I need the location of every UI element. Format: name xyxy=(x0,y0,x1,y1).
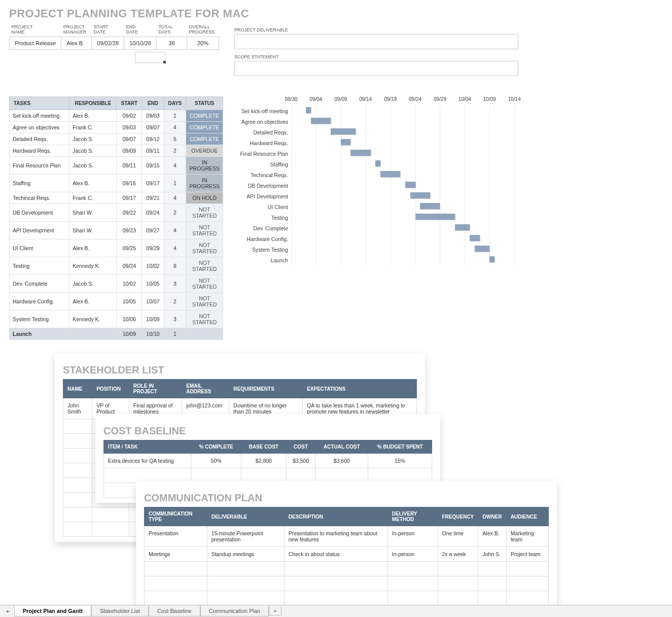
task-row[interactable]: Hardware Config.Alex B.10/0510/072NOT ST… xyxy=(10,293,223,311)
sheet-tab[interactable]: Communication Plan xyxy=(200,606,269,612)
task-cell-end: 09/24 xyxy=(142,204,164,222)
gantt-axis-label: 09/04 xyxy=(309,96,322,102)
task-cell-resp: Alex B. xyxy=(69,175,117,192)
gantt-row-label: System Testing xyxy=(235,247,291,253)
task-cell-task: Testing xyxy=(10,257,69,275)
task-row[interactable]: DB DevelopmentShari W.09/2209/242NOT STA… xyxy=(10,204,223,222)
task-cell-resp: Jacob S. xyxy=(69,145,117,157)
cost-header: BASE COST xyxy=(241,440,287,454)
selected-cell-indicator[interactable] xyxy=(135,52,165,63)
comm-cell: One time xyxy=(438,526,478,547)
add-sheet-button[interactable]: + xyxy=(269,607,281,612)
gantt-row: System Testing xyxy=(235,244,519,255)
cost-cell[interactable]: $3,600 xyxy=(315,454,368,468)
task-cell-days: 8 xyxy=(164,257,186,275)
deliverable-input[interactable] xyxy=(234,34,518,49)
task-row[interactable]: Final Resource PlanJacob S.09/1109/154IN… xyxy=(10,157,223,175)
gantt-axis-label: 09/24 xyxy=(409,96,421,102)
info-header: OVERALLPROGRESS xyxy=(187,24,219,37)
info-value[interactable]: 09/02/28 xyxy=(92,37,124,50)
tasks-header: RESPONSIBLE xyxy=(69,97,117,110)
gantt-row: API Development xyxy=(235,191,519,201)
task-cell-start: 09/09 xyxy=(117,145,142,157)
task-cell-resp: Frank C. xyxy=(69,192,117,204)
scope-input[interactable] xyxy=(234,61,518,76)
comm-row[interactable]: Presentation15-minute Powerpoint present… xyxy=(145,526,549,547)
task-row[interactable]: Agree on objectivesFrank C.09/0309/074CO… xyxy=(10,122,223,133)
info-header: ENDDATE xyxy=(124,24,157,37)
gantt-row-label: Techincal Reqs. xyxy=(235,172,291,178)
task-cell-days: 2 xyxy=(164,293,186,311)
task-cell-end: 10/05 xyxy=(142,275,164,293)
task-cell-task: Staffing xyxy=(10,175,69,192)
task-row[interactable]: Launch10/0910/101 xyxy=(10,328,223,340)
comm-header: COMMUNICATION TYPE xyxy=(145,507,207,526)
task-row[interactable]: API DevelopmentShari W.09/2309/274NOT ST… xyxy=(10,222,223,239)
gantt-bar xyxy=(375,160,380,166)
comm-cell: John S. xyxy=(478,547,506,562)
stakeholder-header: EXPECTATIONS xyxy=(303,380,417,398)
task-row[interactable]: Set kick-off meetingAlex B.09/0209/031CO… xyxy=(10,110,223,122)
gantt-axis-label: 09/14 xyxy=(359,96,372,102)
task-cell-start: 10/09 xyxy=(117,328,142,340)
comm-row[interactable]: MeetingsStandup meetingsCheck in about s… xyxy=(145,547,549,562)
task-cell-days: 1 xyxy=(164,110,186,122)
task-cell-end: 09/21 xyxy=(142,192,164,204)
task-cell-days: 1 xyxy=(164,328,186,340)
task-row[interactable]: Dev. CompleteJacob S.10/0210/053NOT STAR… xyxy=(10,275,223,293)
task-cell-resp: Alex B. xyxy=(69,110,117,122)
task-cell-resp: Alex B. xyxy=(69,239,117,257)
comm-card: COMMUNICATION PLAN COMMUNICATION TYPEDEL… xyxy=(136,481,557,611)
tasks-header: TASKS xyxy=(10,97,69,110)
stakeholder-cell[interactable]: John Smith xyxy=(63,398,92,419)
task-row[interactable]: Hardward Reqs.Jacob S.09/0909/112OVERDUE xyxy=(10,145,223,157)
task-cell-end: 09/12 xyxy=(142,133,164,145)
sheet-tab[interactable]: Project Plan and Gantt xyxy=(14,606,91,612)
info-value[interactable]: Product Release xyxy=(10,37,61,50)
gantt-axis-label: 08/30 xyxy=(285,96,297,102)
gantt-bar xyxy=(489,256,494,262)
task-row[interactable]: Detailed Reqs.Jacob S.09/0709/125COMPLET… xyxy=(10,133,223,145)
task-row[interactable]: TestingKennedy K.09/2410/028NOT STARTED xyxy=(10,257,223,275)
gantt-row: Dev. Complete xyxy=(235,223,519,233)
task-cell-days: 1 xyxy=(164,175,186,192)
sheet-tab[interactable]: Stakeholder List xyxy=(91,606,149,612)
cost-cell[interactable]: Extra devices for QA testing xyxy=(104,454,191,468)
task-cell-status: NOT STARTED xyxy=(186,275,223,293)
gantt-row-label: Agree on objectives xyxy=(235,119,291,125)
task-cell-task: System Testing xyxy=(10,311,69,328)
cost-cell[interactable]: 50% xyxy=(191,454,241,468)
task-cell-end: 09/15 xyxy=(142,157,164,175)
info-value[interactable]: 20% xyxy=(187,37,219,50)
task-cell-days: 3 xyxy=(164,311,186,328)
task-row[interactable]: UI ClientAlex B.09/2509/294NOT STARTED xyxy=(10,239,223,257)
task-cell-end: 09/03 xyxy=(142,110,164,122)
task-cell-status: NOT STARTED xyxy=(186,257,223,275)
info-value[interactable]: 38 xyxy=(156,37,187,50)
task-row[interactable]: System TestingKennedy K.10/0610/093NOT S… xyxy=(10,311,223,328)
comm-cell: Presentation xyxy=(145,526,207,547)
deliverable-label: PROJECT DELIVERABLE xyxy=(234,27,663,32)
tasks-header: END xyxy=(142,97,164,110)
comm-cell: 15-minute Powerpoint presentation xyxy=(207,526,284,547)
task-row[interactable]: Techincal Reqs.Frank C.09/1709/214ON HOL… xyxy=(10,192,223,204)
gantt-bar xyxy=(455,224,470,230)
task-cell-resp: Frank C. xyxy=(69,122,117,133)
info-value[interactable]: 10/10/28 xyxy=(124,37,157,50)
gantt-bar xyxy=(306,107,311,113)
task-cell-end: 09/29 xyxy=(142,239,164,257)
cost-cell[interactable]: 15% xyxy=(368,454,432,468)
task-cell-end: 09/17 xyxy=(142,175,164,192)
task-row[interactable]: StaffingAlex B.09/1609/171IN PROGRESS xyxy=(10,175,223,192)
task-cell-start: 09/22 xyxy=(117,204,142,222)
cost-cell[interactable]: $3,500 xyxy=(286,454,315,468)
cost-cell[interactable]: $2,800 xyxy=(241,454,287,468)
gantt-bar xyxy=(405,182,415,188)
tab-nav-prev-icon[interactable]: ▸ xyxy=(2,608,14,612)
cost-header: % BUDGET SPENT xyxy=(368,440,432,454)
info-value[interactable]: Alex B. xyxy=(61,37,92,50)
sheet-tab[interactable]: Cost Baseline xyxy=(149,606,200,612)
task-cell-start: 10/02 xyxy=(117,275,142,293)
task-cell-status: IN PROGRESS xyxy=(186,175,223,192)
gantt-bar xyxy=(470,235,480,241)
